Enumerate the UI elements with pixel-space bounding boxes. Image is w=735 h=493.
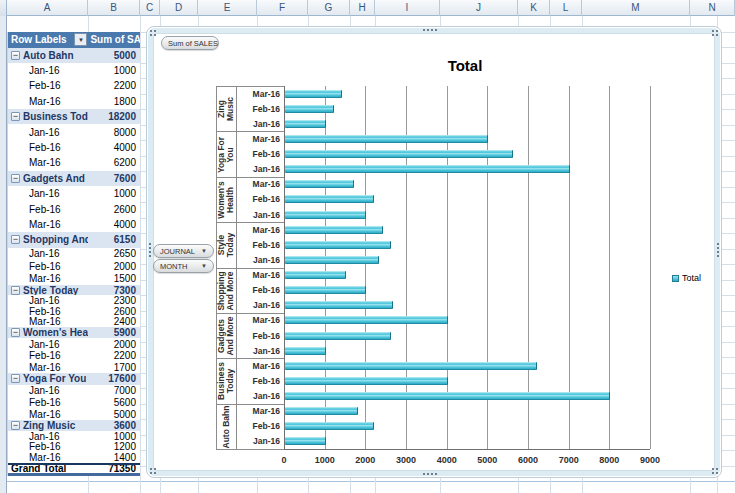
journal-axis-label[interactable]: Yoga For You bbox=[216, 131, 236, 176]
pivot-month-row-label[interactable]: Jan-16 bbox=[8, 248, 88, 260]
pivot-month-row[interactable]: Jan-161000 bbox=[8, 63, 140, 78]
pivot-month-row-value[interactable]: 7000 bbox=[88, 385, 140, 397]
month-axis-label[interactable]: Feb-16 bbox=[238, 376, 280, 386]
journal-axis-label[interactable]: Shopping And More bbox=[216, 268, 236, 313]
pivot-month-row[interactable]: Feb-162200 bbox=[8, 350, 140, 362]
pivot-month-row[interactable]: Feb-164000 bbox=[8, 140, 140, 155]
pivot-chart[interactable]: Sum of SALES JOURNAL ▼ MONTH ▼ Total 010… bbox=[146, 26, 722, 478]
column-header-N[interactable]: N bbox=[690, 0, 735, 16]
pivot-month-row[interactable]: Jan-162000 bbox=[8, 338, 140, 350]
journal-axis-label[interactable]: Women's Health bbox=[216, 177, 236, 222]
column-header-M[interactable]: M bbox=[582, 0, 690, 16]
data-bar-gadgets-and-more-feb-16[interactable] bbox=[285, 332, 391, 340]
pivot-month-row[interactable]: Jan-168000 bbox=[8, 124, 140, 139]
month-axis-label[interactable]: Jan-16 bbox=[238, 255, 280, 265]
data-bar-women-s-health-mar-16[interactable] bbox=[285, 180, 354, 188]
pivot-month-row-label[interactable]: Mar-16 bbox=[8, 94, 88, 109]
pivot-month-row[interactable]: Feb-162200 bbox=[8, 78, 140, 93]
data-bar-women-s-health-jan-16[interactable] bbox=[285, 211, 366, 219]
pivot-group-row-label[interactable]: −Women's Health bbox=[8, 327, 88, 339]
data-bar-women-s-health-feb-16[interactable] bbox=[285, 195, 374, 203]
pivot-month-row-label[interactable]: Feb-16 bbox=[8, 396, 88, 408]
month-axis-label[interactable]: Jan-16 bbox=[238, 391, 280, 401]
pivot-month-row[interactable]: Mar-161500 bbox=[8, 272, 140, 284]
pivot-group-row[interactable]: −Style Today7300 bbox=[8, 285, 140, 296]
pivot-month-row-label[interactable]: Feb-16 bbox=[8, 306, 88, 317]
month-axis-field-button[interactable]: MONTH ▼ bbox=[153, 259, 214, 273]
column-header-A[interactable]: A bbox=[7, 0, 88, 16]
column-header-E[interactable]: E bbox=[198, 0, 257, 16]
journal-axis-label[interactable]: Zing Music bbox=[216, 86, 236, 131]
month-axis-label[interactable]: Feb-16 bbox=[238, 149, 280, 159]
collapse-icon[interactable]: − bbox=[11, 174, 20, 183]
data-bar-zing-music-mar-16[interactable] bbox=[285, 90, 342, 98]
pivot-group-row-value[interactable]: 5900 bbox=[88, 327, 140, 339]
column-header-J[interactable]: J bbox=[440, 0, 518, 16]
pivot-month-row-value[interactable]: 2300 bbox=[88, 295, 140, 306]
pivot-month-row-value[interactable]: 1800 bbox=[88, 94, 140, 109]
pivot-month-row-label[interactable]: Feb-16 bbox=[8, 201, 88, 216]
journal-axis-label[interactable]: Business Today bbox=[216, 358, 236, 403]
pivot-grand-total-row-label[interactable]: Grand Total bbox=[8, 465, 88, 473]
data-bar-yoga-for-you-mar-16[interactable] bbox=[285, 135, 488, 143]
pivot-month-row[interactable]: Jan-161000 bbox=[8, 186, 140, 201]
pivot-month-row-value[interactable]: 1400 bbox=[88, 452, 140, 463]
pivot-month-row[interactable]: Mar-161700 bbox=[8, 361, 140, 373]
journal-axis-field-button[interactable]: JOURNAL ▼ bbox=[153, 244, 214, 258]
month-axis-label[interactable]: Feb-16 bbox=[238, 104, 280, 114]
pivot-group-row[interactable]: −Zing Music3600 bbox=[8, 420, 140, 431]
pivot-month-row-value[interactable]: 5600 bbox=[88, 396, 140, 408]
pivot-month-row-label[interactable]: Jan-16 bbox=[8, 124, 88, 139]
journal-axis-label[interactable]: Gadgets And More bbox=[216, 313, 236, 358]
pivot-month-row[interactable]: Mar-162400 bbox=[8, 316, 140, 327]
column-header-G[interactable]: G bbox=[308, 0, 350, 16]
data-bar-yoga-for-you-jan-16[interactable] bbox=[285, 165, 570, 173]
data-bar-auto-bahn-mar-16[interactable] bbox=[285, 407, 358, 415]
pivot-group-row-label[interactable]: −Style Today bbox=[8, 285, 88, 296]
pivot-month-row-value[interactable]: 4000 bbox=[88, 217, 140, 232]
column-header-C[interactable]: C bbox=[140, 0, 160, 16]
collapse-icon[interactable]: − bbox=[11, 286, 20, 295]
data-bar-shopping-and-more-jan-16[interactable] bbox=[285, 301, 393, 309]
pivot-group-row[interactable]: −Auto Bahn5000 bbox=[8, 48, 140, 63]
data-bar-shopping-and-more-mar-16[interactable] bbox=[285, 271, 346, 279]
month-axis-label[interactable]: Feb-16 bbox=[238, 240, 280, 250]
pivot-month-row-label[interactable]: Feb-16 bbox=[8, 350, 88, 362]
pivot-month-row-label[interactable]: Feb-16 bbox=[8, 78, 88, 93]
month-axis-label[interactable]: Jan-16 bbox=[238, 210, 280, 220]
pivot-group-row-label[interactable]: −Business Today bbox=[8, 109, 88, 124]
pivot-month-row[interactable]: Jan-167000 bbox=[8, 385, 140, 397]
chart-title[interactable]: Total bbox=[365, 57, 565, 74]
pivot-month-row-label[interactable]: Feb-16 bbox=[8, 140, 88, 155]
month-axis-label[interactable]: Mar-16 bbox=[238, 134, 280, 144]
data-bar-zing-music-jan-16[interactable] bbox=[285, 120, 326, 128]
pivot-month-row-value[interactable]: 1700 bbox=[88, 361, 140, 373]
resize-handle-top[interactable] bbox=[423, 29, 437, 31]
pivot-month-row-label[interactable]: Jan-16 bbox=[8, 186, 88, 201]
sheet-corner-cell[interactable] bbox=[0, 0, 7, 16]
pivot-month-row[interactable]: Mar-164000 bbox=[8, 217, 140, 232]
column-header-D[interactable]: D bbox=[160, 0, 198, 16]
pivot-group-row-value[interactable]: 17600 bbox=[88, 373, 140, 385]
pivot-group-row[interactable]: −Shopping And More6150 bbox=[8, 232, 140, 247]
month-axis-label[interactable]: Mar-16 bbox=[238, 225, 280, 235]
data-bar-zing-music-feb-16[interactable] bbox=[285, 105, 334, 113]
data-bar-yoga-for-you-feb-16[interactable] bbox=[285, 150, 513, 158]
pivot-group-row-value[interactable]: 3600 bbox=[88, 420, 140, 431]
pivot-month-row-label[interactable]: Mar-16 bbox=[8, 316, 88, 327]
pivot-month-row[interactable]: Feb-165600 bbox=[8, 396, 140, 408]
pivot-month-row-value[interactable]: 5000 bbox=[88, 408, 140, 420]
pivot-month-row-value[interactable]: 1200 bbox=[88, 442, 140, 453]
pivot-month-row-label[interactable]: Mar-16 bbox=[8, 408, 88, 420]
month-axis-label[interactable]: Jan-16 bbox=[238, 119, 280, 129]
resize-handle-left[interactable] bbox=[149, 243, 151, 257]
pivot-month-row-value[interactable]: 2200 bbox=[88, 350, 140, 362]
pivot-month-row-label[interactable]: Jan-16 bbox=[8, 63, 88, 78]
pivot-month-row-value[interactable]: 2650 bbox=[88, 248, 140, 260]
month-axis-label[interactable]: Feb-16 bbox=[238, 194, 280, 204]
pivot-month-row[interactable]: Jan-161000 bbox=[8, 431, 140, 442]
pivot-month-row-label[interactable]: Mar-16 bbox=[8, 217, 88, 232]
pivot-month-row-value[interactable]: 2600 bbox=[88, 201, 140, 216]
pivot-group-row-value[interactable]: 5000 bbox=[88, 48, 140, 63]
pivot-month-row[interactable]: Jan-162650 bbox=[8, 248, 140, 260]
